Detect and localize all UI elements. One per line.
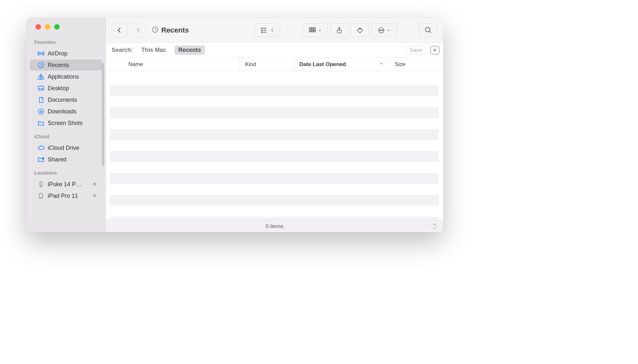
sidebar-section-label: Favorites	[26, 39, 105, 47]
search-scope-bar: Search: This Mac Recents Save +	[106, 43, 443, 58]
clock-icon	[152, 26, 159, 34]
column-size[interactable]: Size	[390, 58, 443, 71]
sidebar-item-label: Downloads	[48, 108, 98, 115]
tool-group	[303, 24, 397, 37]
sidebar-item-label: AirDrop	[48, 50, 98, 57]
svg-rect-17	[312, 28, 313, 29]
svg-point-10	[41, 197, 41, 198]
svg-rect-11	[93, 196, 96, 197]
downloads-icon	[37, 108, 45, 115]
column-label: Date Last Opened	[299, 61, 346, 68]
chevron-down-icon	[379, 61, 384, 68]
table-row	[110, 129, 439, 140]
toolbar: Recents	[106, 18, 443, 43]
sidebar-item-label: Applications	[48, 73, 98, 80]
page-title: Recents	[161, 26, 189, 34]
actions-button[interactable]	[372, 24, 397, 37]
sidebar: Favorites AirDrop Recents Applications	[26, 18, 106, 232]
loading-spinner-icon	[430, 223, 437, 230]
svg-rect-21	[314, 30, 315, 32]
table-row	[110, 217, 439, 220]
sidebar-scrollbar[interactable]	[102, 63, 104, 166]
sidebar-section-locations: Locations iPuke 14 P… iPad Pro 11	[26, 170, 105, 201]
column-kind[interactable]: Kind	[240, 58, 294, 71]
minimize-window-button[interactable]	[45, 24, 50, 30]
svg-rect-2	[38, 86, 44, 90]
svg-point-7	[41, 186, 41, 186]
svg-point-28	[425, 27, 430, 32]
search-button[interactable]	[419, 24, 437, 37]
tags-button[interactable]	[351, 24, 369, 37]
sidebar-section-label: Locations	[26, 170, 105, 178]
sidebar-item-desktop[interactable]: Desktop	[30, 83, 102, 94]
svg-point-15	[262, 32, 263, 33]
title-area: Recents	[152, 26, 252, 34]
svg-line-36	[432, 224, 433, 225]
finder-window: Favorites AirDrop Recents Applications	[26, 18, 443, 232]
svg-rect-16	[309, 28, 311, 29]
table-row	[110, 195, 439, 206]
table-row	[110, 151, 439, 162]
scope-recents[interactable]: Recents	[174, 45, 205, 55]
column-label: Kind	[245, 61, 256, 68]
sidebar-item-airdrop[interactable]: AirDrop	[30, 48, 102, 59]
search-label: Search:	[112, 47, 133, 53]
sidebar-item-label: Documents	[48, 97, 98, 103]
status-bar: 0 items	[106, 220, 443, 232]
sidebar-item-screen-shots[interactable]: Screen Shots	[30, 118, 102, 129]
sidebar-section-favorites: Favorites AirDrop Recents Applications	[26, 39, 105, 129]
sidebar-item-device-ipad[interactable]: iPad Pro 11	[30, 190, 102, 201]
main-content: Recents	[106, 18, 443, 232]
sidebar-item-applications[interactable]: Applications	[30, 71, 102, 82]
group-by-button[interactable]	[303, 24, 328, 37]
column-name[interactable]: Name	[106, 58, 240, 71]
sidebar-item-shared[interactable]: Shared	[30, 154, 102, 165]
desktop-icon	[37, 85, 45, 92]
svg-line-30	[435, 224, 436, 225]
sidebar-item-recents[interactable]: Recents	[30, 60, 102, 71]
sidebar-section-label: iCloud	[26, 134, 105, 142]
ipad-icon	[37, 192, 45, 199]
sidebar-item-downloads[interactable]: Downloads	[30, 106, 102, 117]
sidebar-item-label: Recents	[48, 62, 98, 69]
back-button[interactable]	[112, 24, 127, 37]
sidebar-item-label: iPuke 14 P…	[48, 181, 89, 188]
fullscreen-window-button[interactable]	[54, 24, 60, 30]
svg-point-23	[360, 29, 360, 29]
cloud-icon	[37, 144, 45, 151]
file-list	[106, 71, 443, 220]
svg-point-13	[262, 28, 263, 29]
sidebar-section-icloud: iCloud iCloud Drive Shared	[26, 134, 105, 165]
svg-line-34	[432, 228, 433, 229]
svg-rect-19	[309, 30, 311, 32]
document-icon	[37, 96, 45, 103]
sidebar-item-device-iphone[interactable]: iPuke 14 P…	[30, 179, 102, 190]
svg-point-0	[40, 53, 42, 54]
add-criteria-button[interactable]: +	[430, 46, 439, 54]
sidebar-item-documents[interactable]: Documents	[30, 94, 102, 105]
shared-folder-icon	[37, 156, 45, 163]
airdrop-icon	[37, 50, 45, 57]
svg-line-32	[435, 228, 436, 229]
close-window-button[interactable]	[35, 24, 41, 30]
svg-point-27	[382, 30, 383, 30]
share-button[interactable]	[330, 24, 348, 37]
iphone-icon	[37, 181, 45, 188]
sidebar-item-icloud-drive[interactable]: iCloud Drive	[30, 142, 102, 153]
svg-point-25	[380, 30, 380, 30]
scope-this-mac[interactable]: This Mac	[137, 45, 170, 55]
view-list-button[interactable]	[255, 24, 280, 37]
svg-rect-18	[314, 28, 315, 29]
sidebar-item-label: iPad Pro 11	[48, 193, 89, 199]
save-search-button[interactable]: Save	[406, 46, 426, 54]
eject-icon[interactable]	[92, 181, 98, 187]
column-date-last-opened[interactable]: Date Last Opened	[294, 58, 390, 71]
forward-button[interactable]	[130, 24, 146, 37]
eject-icon[interactable]	[92, 193, 98, 199]
svg-rect-20	[312, 30, 313, 32]
svg-rect-8	[93, 185, 96, 185]
table-row	[110, 85, 439, 96]
item-count: 0 items	[266, 223, 284, 230]
sidebar-item-label: Shared	[48, 156, 98, 163]
sidebar-item-label: Screen Shots	[48, 120, 98, 127]
